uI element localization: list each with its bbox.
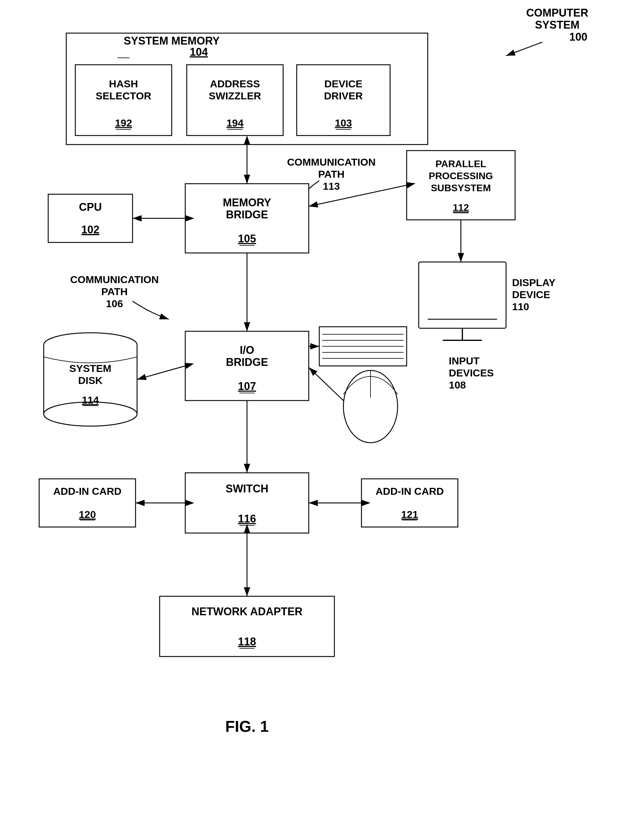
parallel-processing-num: 112 — [453, 202, 469, 213]
add-in-card-120-num: 120 — [79, 509, 96, 520]
display-device-label2: DEVICE — [512, 289, 550, 300]
display-device-num: 110 — [512, 301, 529, 312]
hash-selector-num: 192 — [115, 117, 132, 129]
io-bridge-label2: BRIDGE — [226, 356, 268, 368]
cpu-num: 102 — [81, 224, 100, 236]
figure-label: FIG. 1 — [225, 718, 269, 735]
input-devices-label: INPUT — [449, 355, 479, 366]
device-driver-label2: DRIVER — [324, 90, 363, 101]
svg-line-17 — [137, 366, 185, 379]
network-adapter-label: NETWORK ADAPTER — [191, 605, 303, 618]
memory-bridge-num: 105 — [238, 232, 256, 245]
parallel-processing-label: PARALLEL — [436, 158, 486, 169]
device-driver-num: 103 — [335, 117, 352, 129]
comm-path-106-label2: PATH — [101, 286, 128, 297]
switch-label: SWITCH — [226, 482, 268, 495]
display-device-label: DISPLAY — [512, 277, 556, 288]
memory-bridge-label: MEMORY — [223, 196, 271, 209]
diagram-container: COMPUTER SYSTEM 100 SYSTEM MEMORY 104 HA… — [0, 0, 644, 836]
input-devices-num: 108 — [449, 379, 466, 390]
io-bridge-num: 107 — [238, 380, 256, 392]
add-in-card-121-label: ADD-IN CARD — [376, 485, 444, 497]
svg-line-3 — [506, 42, 542, 56]
svg-line-26 — [309, 367, 343, 400]
computer-system-label: COMPUTER — [526, 7, 588, 19]
hash-selector-label: HASH — [109, 78, 138, 90]
add-in-card-121-num: 121 — [401, 509, 418, 520]
address-swizzler-num: 194 — [227, 117, 244, 129]
parallel-processing-label2: PROCESSING — [428, 170, 493, 181]
add-in-card-120-label: ADD-IN CARD — [53, 485, 122, 497]
system-disk-label: SYSTEM — [69, 362, 111, 374]
system-disk-label2: DISK — [78, 375, 103, 386]
device-driver-label: DEVICE — [324, 78, 363, 90]
input-devices-label2: DEVICES — [449, 367, 494, 379]
system-memory-label: SYSTEM MEMORY — [124, 34, 220, 47]
computer-system-num: 100 — [569, 31, 587, 43]
computer-system-label2: SYSTEM — [535, 19, 580, 31]
switch-num: 116 — [238, 513, 256, 525]
memory-bridge-label2: BRIDGE — [226, 208, 268, 221]
address-swizzler-label: ADDRESS — [210, 78, 260, 90]
hash-selector-label2: SELECTOR — [96, 90, 152, 101]
network-adapter-num: 118 — [238, 635, 256, 648]
system-disk-num: 114 — [82, 394, 99, 406]
io-bridge-label: I/O — [240, 344, 254, 356]
comm-path-113-label: COMMUNICATION — [287, 156, 376, 168]
comm-path-113-label2: PATH — [318, 168, 345, 180]
system-memory-num: 104 — [190, 46, 208, 58]
cpu-label: CPU — [79, 201, 102, 213]
display-device-screen — [419, 262, 506, 328]
comm-path-106-label: COMMUNICATION — [70, 274, 159, 285]
address-swizzler-label2: SWIZZLER — [209, 90, 261, 101]
comm-path-106-num: 106 — [106, 298, 123, 309]
parallel-processing-label3: SUBSYSTEM — [431, 183, 491, 193]
comm-path-113-num: 113 — [323, 180, 340, 192]
